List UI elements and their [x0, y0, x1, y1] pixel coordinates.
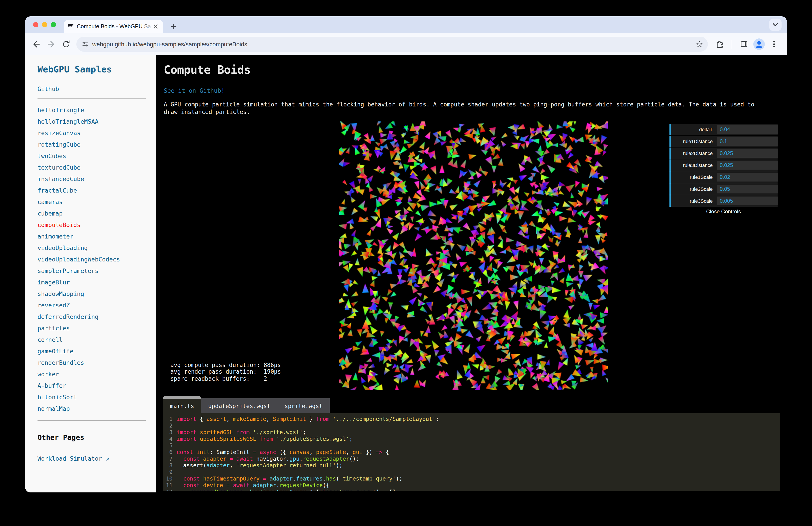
reload-button[interactable] [59, 37, 74, 52]
webgpu-favicon-icon [68, 24, 74, 29]
sidebar-divider-top [38, 99, 146, 99]
sidebar-item-texturedCube[interactable]: texturedCube [38, 162, 146, 173]
window-controls [33, 22, 56, 27]
code-line-2: 2 [163, 422, 780, 429]
sidebar-item-gameOfLife[interactable]: gameOfLife [38, 345, 146, 357]
sidebar-item-instancedCube[interactable]: instancedCube [38, 173, 146, 185]
sidebar-item-samplerParameters[interactable]: samplerParameters [38, 265, 146, 276]
description-line: A GPU compute particle simulation that m… [164, 101, 779, 109]
screen: Compute Boids - WebGPU Sa [0, 0, 812, 526]
gui-value-rule1Scale[interactable]: 0.02 [717, 173, 778, 182]
sidebar-item-animometer[interactable]: animometer [38, 230, 146, 242]
code-line-3: 3import spriteWGSL from './sprite.wgsl'; [163, 429, 780, 436]
gui-label-rule2Distance: rule2Distance [671, 147, 717, 159]
dat-gui-panel: deltaT0.04rule1Distance0.1rule2Distance0… [669, 124, 778, 215]
new-tab-button[interactable] [167, 20, 179, 33]
code-line-6: 6const init: SampleInit = async ({ canva… [163, 449, 780, 455]
tab-bar: Compute Boids - WebGPU Sa [25, 16, 787, 33]
sample-list: helloTrianglehelloTriangleMSAAresizeCanv… [38, 104, 146, 414]
sidebar-item-helloTriangle[interactable]: helloTriangle [38, 104, 146, 116]
sidebar-item-worker[interactable]: worker [38, 368, 146, 380]
sidebar-item-bitonicSort[interactable]: bitonicSort [38, 391, 146, 403]
code-tab-updateSprites.wgsl[interactable]: updateSprites.wgsl [201, 398, 278, 413]
see-on-github-link[interactable]: See it on Github! [164, 87, 224, 94]
toolbar-right [712, 37, 782, 52]
sidebar-item-videoUploadingWebCodecs[interactable]: videoUploadingWebCodecs [38, 254, 146, 265]
sidebar-item-videoUploading[interactable]: videoUploading [38, 242, 146, 254]
sidebar: WebGPU Samples Github helloTrianglehello… [25, 55, 156, 493]
code-line-7: 7 const adapter = await navigator.gpu.re… [163, 455, 780, 462]
gui-row-deltaT: deltaT0.04 [669, 124, 778, 135]
sidebar-item-fractalCube[interactable]: fractalCube [38, 185, 146, 196]
sidebar-item-reversedZ[interactable]: reversedZ [38, 299, 146, 311]
sidebar-item-cubemap[interactable]: cubemap [38, 208, 146, 219]
gui-value-deltaT[interactable]: 0.04 [717, 125, 778, 134]
back-button[interactable] [29, 37, 44, 52]
bookmark-star-icon[interactable] [696, 40, 704, 48]
code-line-12: 12 requiredFeatures: hasTimestampQuery ?… [163, 488, 780, 491]
browser-toolbar: webgpu.github.io/webgpu-samples/samples/… [25, 33, 787, 55]
site-controls-icon[interactable] [82, 41, 89, 48]
code-viewer: 1import { assert, makeSample, SampleInit… [163, 413, 780, 491]
sample-page: Compute Boids See it on Github! A GPU co… [156, 55, 787, 493]
sidebar-item-A-buffer[interactable]: A-buffer [38, 380, 146, 391]
sidebar-item-rotatingCube[interactable]: rotatingCube [38, 139, 146, 150]
sidebar-item-normalMap[interactable]: normalMap [38, 403, 146, 414]
code-line-1: 1import { assert, makeSample, SampleInit… [163, 416, 780, 422]
url-text: webgpu.github.io/webgpu-samples/samples/… [92, 41, 691, 47]
toolbar-divider [732, 40, 732, 48]
gui-row-rule3Scale: rule3Scale0.005 [669, 195, 778, 207]
gui-row-rule3Distance: rule3Distance0.025 [669, 159, 778, 171]
gui-value-rule1Distance[interactable]: 0.1 [717, 137, 778, 146]
maximize-window-button[interactable] [51, 22, 56, 27]
sidebar-item-particles[interactable]: particles [38, 323, 146, 334]
gui-row-rule2Distance: rule2Distance0.025 [669, 147, 778, 159]
browser-tab[interactable]: Compute Boids - WebGPU Sa [64, 20, 163, 33]
page-content: WebGPU Samples Github helloTrianglehello… [25, 55, 787, 493]
sidebar-item-renderBundles[interactable]: renderBundles [38, 357, 146, 368]
sidebar-title: WebGPU Samples [38, 64, 146, 75]
tab-title: Compute Boids - WebGPU Sa [77, 24, 152, 30]
code-tab-main.ts[interactable]: main.ts [163, 398, 201, 413]
code-line-11: 11 const device = await adapter.requestD… [163, 482, 780, 488]
sidebar-link-workload-simulator[interactable]: Workload Simulator ↗ [38, 455, 146, 462]
sidebar-item-deferredRendering[interactable]: deferredRendering [38, 311, 146, 323]
code-line-9: 9 [163, 469, 780, 475]
gui-label-rule1Scale: rule1Scale [671, 171, 717, 183]
forward-button[interactable] [44, 37, 59, 52]
menu-dots-icon[interactable] [767, 37, 782, 52]
extensions-icon[interactable] [712, 37, 727, 52]
sidebar-item-shadowMapping[interactable]: shadowMapping [38, 288, 146, 299]
sidebar-item-computeBoids[interactable]: computeBoids [38, 219, 146, 230]
code-line-8: 8 assert(adapter, 'requestAdapter return… [163, 462, 780, 469]
sidebar-item-twoCubes[interactable]: twoCubes [38, 150, 146, 162]
sidebar-link-github[interactable]: Github [38, 85, 146, 92]
gui-row-rule1Scale: rule1Scale0.02 [669, 171, 778, 183]
gui-value-rule2Distance[interactable]: 0.025 [717, 149, 778, 158]
code-tab-bar: main.tsupdateSprites.wgslsprite.wgsl [163, 396, 330, 413]
url-bar[interactable]: webgpu.github.io/webgpu-samples/samples/… [76, 37, 708, 52]
gui-value-rule3Scale[interactable]: 0.005 [717, 197, 778, 205]
gui-label-rule3Scale: rule3Scale [671, 195, 717, 207]
gui-value-rule3Distance[interactable]: 0.025 [717, 161, 778, 170]
sidebar-item-cameras[interactable]: cameras [38, 196, 146, 208]
tab-close-icon[interactable] [152, 23, 159, 30]
code-tab-sprite.wgsl[interactable]: sprite.wgsl [277, 398, 330, 413]
perf-stats: avg compute pass duration: 886µs avg ren… [170, 362, 281, 382]
sidebar-item-imageBlur[interactable]: imageBlur [38, 276, 146, 288]
profile-avatar[interactable] [753, 39, 765, 50]
side-panel-icon[interactable] [737, 37, 752, 52]
tab-search-chevron-button[interactable] [769, 18, 782, 31]
gui-label-rule2Scale: rule2Scale [671, 183, 717, 195]
sidebar-item-helloTriangleMSAA[interactable]: helloTriangleMSAA [38, 116, 146, 127]
code-line-5: 5 [163, 442, 780, 449]
gui-row-rule2Scale: rule2Scale0.05 [669, 183, 778, 195]
gui-label-deltaT: deltaT [671, 124, 717, 135]
gui-value-rule2Scale[interactable]: 0.05 [717, 185, 778, 194]
sidebar-item-cornell[interactable]: cornell [38, 334, 146, 345]
close-window-button[interactable] [33, 22, 39, 27]
minimize-window-button[interactable] [42, 22, 47, 27]
code-line-10: 10 const hasTimestampQuery = adapter.fea… [163, 475, 780, 482]
sidebar-item-resizeCanvas[interactable]: resizeCanvas [38, 127, 146, 139]
gui-close-controls-button[interactable]: Close Controls [669, 207, 778, 215]
